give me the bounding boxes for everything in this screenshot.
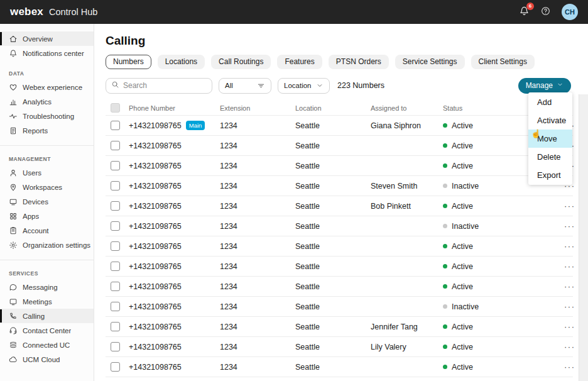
table-row[interactable]: +143210987651234SeattleSteven SmithInact… — [106, 176, 573, 196]
table-row[interactable]: +14321098765Main1234SeattleGiana Siphron… — [106, 116, 573, 136]
sidebar-item-reports[interactable]: Reports — [0, 123, 94, 138]
help-button[interactable] — [541, 6, 550, 18]
sidebar-item-ucm-cloud[interactable]: UCM Cloud — [0, 352, 94, 367]
table-row[interactable]: +143210987651234SeattleActive··· — [106, 236, 573, 257]
sidebar-item-notifications-center[interactable]: Notifications center — [0, 46, 94, 60]
select-all-checkbox[interactable] — [111, 103, 120, 113]
row-checkbox[interactable] — [111, 161, 120, 170]
sidebar-item-workspaces[interactable]: Workspaces — [0, 180, 94, 194]
tab-service-settings[interactable]: Service Settings — [395, 55, 465, 69]
actions-cell: ··· — [542, 222, 575, 231]
tab-numbers[interactable]: Numbers — [106, 55, 151, 69]
phone-number: +14321098765 — [129, 262, 182, 271]
row-checkbox[interactable] — [111, 322, 120, 331]
scrollbar-track[interactable] — [579, 94, 588, 381]
table-row[interactable]: +143210987651234SeattleLily ValeryActive… — [106, 337, 573, 357]
tab-features[interactable]: Features — [277, 55, 322, 69]
row-actions-button[interactable]: ··· — [564, 284, 575, 290]
menu-item-move[interactable]: Move — [528, 130, 572, 148]
sidebar-item-apps[interactable]: Apps — [0, 209, 94, 223]
row-checkbox[interactable] — [111, 362, 120, 372]
brand: webex Control Hub — [10, 6, 97, 18]
manage-button[interactable]: Manage — [518, 78, 571, 94]
chevron-down-icon — [316, 82, 324, 89]
sidebar-item-contact-center[interactable]: Contact Center — [0, 323, 94, 338]
table-row[interactable]: +143210987651234SeattleBob PinkettActive… — [106, 196, 573, 216]
sidebar-item-label: Account — [23, 227, 49, 235]
sidebar-item-devices[interactable]: Devices — [0, 194, 94, 209]
cloud-icon — [9, 355, 18, 364]
sidebar-item-meetings[interactable]: Meetings — [0, 294, 94, 309]
row-actions-button[interactable]: ··· — [564, 203, 575, 209]
sidebar-item-troubleshooting[interactable]: Troubleshooting — [0, 109, 94, 123]
notifications-button[interactable]: 6 — [519, 6, 530, 18]
phone-cell: +14321098765 — [129, 162, 220, 170]
table-row[interactable]: +143210987651234SeattleJennifer TangActi… — [106, 317, 573, 337]
tab-call-routings[interactable]: Call Routings — [211, 55, 271, 69]
status-text: Active — [452, 262, 473, 271]
row-checkbox[interactable] — [111, 342, 120, 351]
location-cell: Seattle — [295, 121, 371, 130]
menu-item-activate[interactable]: Activate — [528, 111, 572, 130]
row-checkbox-cell — [106, 221, 129, 231]
sidebar-item-users[interactable]: Users — [0, 165, 94, 180]
menu-item-export[interactable]: Export — [528, 166, 572, 184]
row-checkbox-cell — [106, 282, 129, 291]
sidebar-item-connected-uc[interactable]: Connected UC — [0, 338, 94, 352]
menu-item-add[interactable]: Add — [528, 93, 572, 111]
sidebar-item-webex-experience[interactable]: Webex experience — [0, 80, 94, 94]
row-checkbox[interactable] — [111, 241, 120, 251]
tab-client-settings[interactable]: Client Settings — [471, 55, 535, 69]
row-actions-button[interactable]: ··· — [564, 304, 575, 310]
table-row[interactable]: +143210987651234SeattleActive··· — [106, 136, 573, 156]
extension-cell: 1234 — [220, 262, 295, 271]
extension-cell: 1234 — [220, 242, 295, 251]
sidebar-item-label: Calling — [23, 312, 45, 320]
location-cell: Seattle — [295, 343, 371, 351]
status-dot — [443, 244, 447, 248]
row-checkbox[interactable] — [111, 302, 120, 311]
search-input[interactable] — [123, 81, 207, 90]
sidebar-item-label: Overview — [23, 35, 53, 43]
table-row[interactable]: +143210987651234SeattleInactive··· — [106, 297, 573, 317]
row-checkbox[interactable] — [111, 221, 120, 231]
sidebar-item-calling[interactable]: Calling — [0, 309, 94, 323]
row-checkbox[interactable] — [111, 121, 120, 130]
row-checkbox[interactable] — [111, 282, 120, 291]
row-actions-button[interactable]: ··· — [564, 223, 575, 229]
filter-all-dropdown[interactable]: All — [219, 78, 271, 94]
row-actions-button[interactable]: ··· — [564, 263, 575, 270]
row-actions-button[interactable]: ··· — [564, 243, 575, 250]
row-actions-button[interactable]: ··· — [564, 364, 575, 370]
sidebar-divider — [0, 260, 94, 260]
table-row[interactable]: +143210987651234SeattleActive··· — [106, 257, 573, 277]
filter-location-dropdown[interactable]: Location — [278, 78, 330, 94]
menu-item-delete[interactable]: Delete — [528, 148, 572, 166]
device-icon — [9, 197, 18, 206]
sidebar-item-organization-settings[interactable]: Organization settings — [0, 238, 94, 252]
avatar[interactable]: CH — [562, 4, 578, 20]
tab-ptsn-orders[interactable]: PTSN Orders — [329, 55, 389, 69]
table-row[interactable]: +143210987651234SeattleInactive··· — [106, 216, 573, 236]
status-text: Active — [452, 242, 473, 251]
table-row[interactable]: +143210987651234SeattleActive··· — [106, 357, 573, 377]
status-dot — [443, 204, 447, 208]
sidebar-item-analytics[interactable]: Analytics — [0, 94, 94, 109]
row-checkbox[interactable] — [111, 201, 120, 211]
sidebar-item-overview[interactable]: Overview — [0, 31, 94, 46]
row-checkbox[interactable] — [111, 141, 120, 150]
gear-icon — [9, 241, 18, 250]
table-row[interactable]: +143210987651234SeattleActive··· — [106, 277, 573, 297]
row-checkbox[interactable] — [111, 181, 120, 190]
sidebar-item-account[interactable]: Account — [0, 223, 94, 238]
sidebar-item-label: Messaging — [23, 284, 58, 291]
heart-icon — [9, 83, 18, 92]
row-checkbox[interactable] — [111, 262, 120, 271]
tab-locations[interactable]: Locations — [158, 55, 205, 69]
row-actions-button[interactable]: ··· — [564, 344, 575, 350]
phone-number: +14321098765 — [129, 302, 182, 311]
phone-cell: +14321098765Main — [129, 121, 220, 130]
sidebar-item-messaging[interactable]: Messaging — [0, 280, 94, 294]
table-row[interactable]: +143210987651234SeattleActive··· — [106, 156, 573, 176]
row-actions-button[interactable]: ··· — [564, 324, 575, 330]
